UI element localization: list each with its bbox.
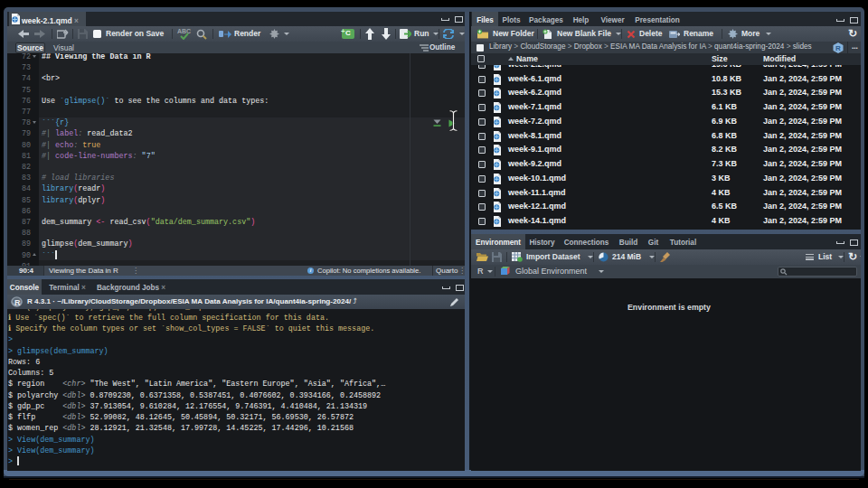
svg-text:R: R [835, 44, 841, 52]
svg-text:R: R [14, 298, 21, 307]
